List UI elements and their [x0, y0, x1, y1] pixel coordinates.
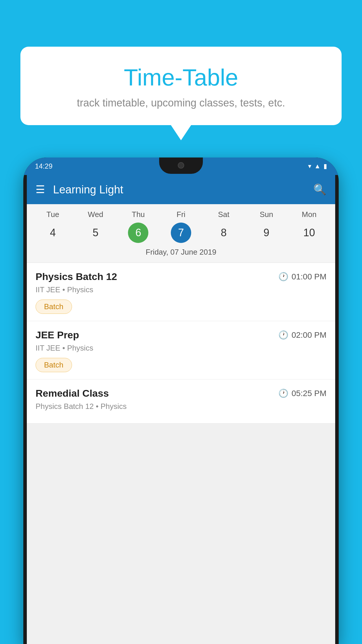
- batch-tag: Batch: [36, 300, 72, 314]
- phone-screen: ☰ Learning Light 🔍 Tue4Wed5Thu6Fri7Sat8S…: [27, 175, 335, 644]
- page-subtitle: track timetable, upcoming classes, tests…: [32, 97, 330, 109]
- schedule-title: Physics Batch 12: [36, 271, 117, 282]
- schedule-title: JEE Prep: [36, 329, 79, 341]
- wifi-icon: ▾: [308, 162, 311, 170]
- day-number[interactable]: 9: [256, 223, 277, 243]
- day-label: Sat: [218, 210, 229, 219]
- schedule-item-header: Remedial Class 🕐 05:25 PM: [36, 388, 326, 399]
- status-bar: 14:29 ▾ ▲ ▮: [23, 158, 339, 175]
- schedule-time: 🕐 02:00 PM: [278, 330, 326, 340]
- day-col[interactable]: Fri7: [171, 210, 191, 243]
- day-label: Sun: [260, 210, 273, 219]
- day-col[interactable]: Sun9: [256, 210, 277, 243]
- schedule-subtitle: IIT JEE • Physics: [36, 344, 326, 353]
- day-col[interactable]: Thu6: [128, 210, 148, 243]
- day-col[interactable]: Tue4: [43, 210, 63, 243]
- menu-icon[interactable]: ☰: [36, 184, 45, 195]
- day-number[interactable]: 7: [171, 223, 191, 243]
- battery-icon: ▮: [324, 162, 327, 170]
- batch-tag: Batch: [36, 358, 72, 372]
- page-title: Time-Table: [32, 64, 330, 91]
- speech-bubble: Time-Table track timetable, upcoming cla…: [20, 47, 342, 125]
- day-label: Thu: [132, 210, 145, 219]
- schedule-time: 🕐 05:25 PM: [278, 388, 326, 398]
- day-label: Fri: [177, 210, 185, 219]
- schedule-item[interactable]: Remedial Class 🕐 05:25 PM Physics Batch …: [27, 379, 335, 424]
- calendar-area: Tue4Wed5Thu6Fri7Sat8Sun9Mon10 Friday, 07…: [27, 204, 335, 263]
- search-icon[interactable]: 🔍: [313, 183, 326, 196]
- schedule-item-header: Physics Batch 12 🕐 01:00 PM: [36, 271, 326, 282]
- day-label: Mon: [302, 210, 317, 219]
- schedule-subtitle: Physics Batch 12 • Physics: [36, 402, 326, 411]
- day-number[interactable]: 8: [214, 223, 234, 243]
- schedule-item[interactable]: Physics Batch 12 🕐 01:00 PM IIT JEE • Ph…: [27, 263, 335, 321]
- day-number[interactable]: 6: [128, 223, 148, 243]
- app-bar: ☰ Learning Light 🔍: [27, 175, 335, 204]
- app-title: Learning Light: [53, 183, 313, 196]
- day-col[interactable]: Wed5: [85, 210, 106, 243]
- days-row: Tue4Wed5Thu6Fri7Sat8Sun9Mon10: [27, 210, 335, 243]
- day-number[interactable]: 4: [43, 223, 63, 243]
- day-number[interactable]: 10: [299, 223, 319, 243]
- signal-icon: ▲: [314, 162, 321, 170]
- status-time: 14:29: [35, 162, 52, 170]
- day-label: Tue: [46, 210, 59, 219]
- schedule-item[interactable]: JEE Prep 🕐 02:00 PM IIT JEE • Physics Ba…: [27, 321, 335, 379]
- day-col[interactable]: Mon10: [299, 210, 319, 243]
- schedule-list: Physics Batch 12 🕐 01:00 PM IIT JEE • Ph…: [27, 263, 335, 424]
- clock-icon: 🕐: [278, 272, 289, 281]
- schedule-subtitle: IIT JEE • Physics: [36, 285, 326, 294]
- camera: [178, 162, 184, 169]
- clock-icon: 🕐: [278, 388, 289, 398]
- status-icons: ▾ ▲ ▮: [308, 162, 327, 170]
- schedule-title: Remedial Class: [36, 388, 109, 399]
- day-number[interactable]: 5: [85, 223, 106, 243]
- clock-icon: 🕐: [278, 330, 289, 340]
- selected-date-label: Friday, 07 June 2019: [27, 243, 335, 263]
- day-label: Wed: [88, 210, 103, 219]
- day-col[interactable]: Sat8: [214, 210, 234, 243]
- phone-frame: 14:29 ▾ ▲ ▮ ☰ Learning Light 🔍 Tue4Wed5T…: [23, 158, 339, 644]
- schedule-item-header: JEE Prep 🕐 02:00 PM: [36, 329, 326, 341]
- schedule-time: 🕐 01:00 PM: [278, 272, 326, 281]
